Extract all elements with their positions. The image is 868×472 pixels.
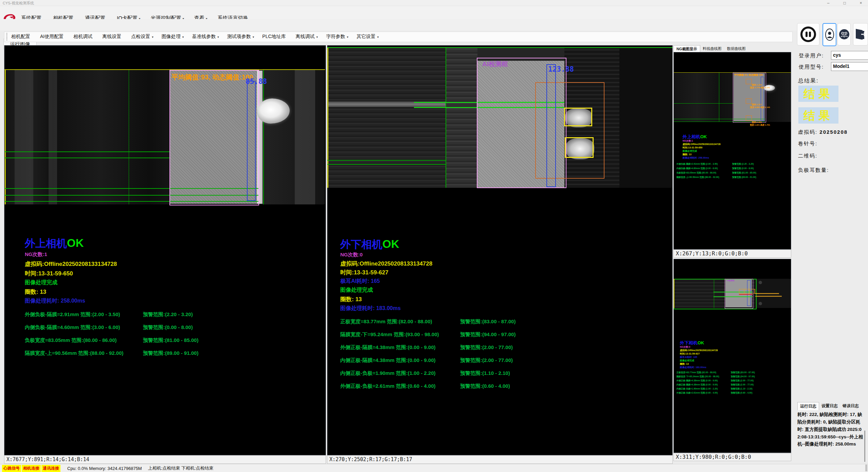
- baseline-yellow-top: [4, 69, 325, 70]
- tool-char-params[interactable]: 字符参数▾: [326, 34, 348, 40]
- needle-label: 卷针号:: [798, 141, 817, 147]
- result-badge-1: 结果: [798, 86, 838, 102]
- comm-connect-badge: 通讯连接: [41, 465, 60, 472]
- user-button[interactable]: [822, 23, 836, 46]
- tool-offline-settings[interactable]: 离线设置: [102, 34, 123, 40]
- ng-panel-tabs: NG截图显示 料线曲线图 数据曲线图: [673, 45, 748, 52]
- roi-pink-box: [169, 70, 259, 205]
- measure-blue-box: [247, 81, 256, 201]
- tool-testitem-params[interactable]: 测试项参数▾: [227, 34, 254, 40]
- process-done: 图像处理完成: [25, 279, 57, 286]
- threshold-text: 平均阈值:93, 动态阈值:100: [171, 73, 253, 82]
- total-result-label: 总结果:: [798, 77, 818, 85]
- log-tabs: 运行日志 设置日志 错误日志: [797, 402, 861, 410]
- tab-settings-log[interactable]: 设置日志: [819, 402, 840, 410]
- camera-title: 外下相机OK: [340, 237, 399, 252]
- user-icon: [825, 27, 834, 42]
- tool-camera-debug[interactable]: 相机调试: [73, 34, 94, 40]
- tab-error-log[interactable]: 错误日志: [840, 402, 861, 410]
- coords-mini-bottom: X:311;Y:980;R:0;G:0;B:0: [673, 453, 791, 461]
- tab-data-curve[interactable]: 数据曲线图: [724, 45, 748, 52]
- tool-spotcheck-settings[interactable]: 点检设置▾: [131, 34, 153, 40]
- statusbar: 心跳信号 相机连接 通讯连接 Cpu: 0.0% Memory: 3424.41…: [0, 464, 868, 472]
- baseline-yellow-left: [5, 70, 6, 204]
- guide-green-vertical-2: [263, 70, 264, 204]
- users-group-icon: [839, 29, 850, 40]
- tab-yellow-box-1: [564, 108, 592, 126]
- result-badge-2: 结果: [798, 107, 838, 124]
- ai-detect-orange-box: [535, 82, 604, 179]
- camera-connect-badge: 相机连接: [22, 465, 41, 472]
- loop-count: 圈数: 13: [340, 295, 362, 303]
- app-window: { "window": { "title": "CYS-视觉检测系统", "co…: [0, 0, 868, 472]
- defect-box: [746, 115, 752, 121]
- toolbar-drag-handle[interactable]: [6, 33, 7, 40]
- toolbar: 相机配置 AI使用配置 相机调试 离线设置 点检设置▾ 图像处理▾ 基准线参数▾…: [4, 32, 793, 42]
- tool-ai-config[interactable]: AI使用配置: [40, 34, 65, 40]
- tab-ng-screenshot[interactable]: NG截图显示: [673, 45, 700, 52]
- defect-box: [746, 98, 752, 104]
- process-cost: 图像处理耗时: 258.00ms: [25, 297, 85, 305]
- exit-icon: [854, 28, 867, 41]
- run-log-text: 耗时: 222, 缺陷检测耗时: 17, 缺陷分类耗时: 0, 缺陷提取分区耗时…: [797, 411, 863, 448]
- window-title: CYS-视觉检测系统: [3, 1, 34, 6]
- log-scrollbar[interactable]: [864, 431, 865, 462]
- defect-box: [746, 79, 752, 84]
- guide-green-vertical: [446, 48, 446, 188]
- blue-measure-value: 123.88: [548, 65, 574, 73]
- coords-mini-top: X:267;Y:13;R:0;G:0;B:0: [673, 250, 791, 258]
- ng-snapshot-lower[interactable]: AI检测框 外下相机OK NG次数:0 虚拟码:Offline202502081…: [673, 259, 791, 453]
- blue-measure-value: 85.88: [246, 77, 267, 86]
- vcode-value: 20250208: [819, 129, 848, 135]
- tool-other-settings[interactable]: 其它设置▾: [357, 34, 379, 40]
- ai-box-label: AI检测框: [482, 60, 508, 69]
- login-user-field[interactable]: cys: [831, 51, 868, 60]
- ng-count: NG次数:0: [340, 252, 363, 258]
- camera-check-status: 上相机:点检结束 下相机:点检结束: [148, 465, 214, 471]
- corner-scrollbar[interactable]: [865, 465, 867, 471]
- tool-baseline-params[interactable]: 基准线参数▾: [192, 34, 219, 40]
- camera-view-lower-outer[interactable]: AI检测框 123.88 外下相机OK NG次数:0 虚拟码:Offline20…: [327, 45, 673, 455]
- tool-image-processing[interactable]: 图像处理▾: [162, 34, 184, 40]
- process-done: 图像处理完成: [340, 287, 373, 294]
- coords-left-camera: X:7677;Y:891;R:14;G:14;B:14: [4, 455, 326, 464]
- tool-offline-debug[interactable]: 离线调试▾: [296, 34, 318, 40]
- process-cost: 图像处理耗时: 183.00ms: [340, 305, 401, 312]
- loop-count: 圈数: 13: [25, 288, 46, 296]
- camera-view-upper-outer[interactable]: 平均阈值:93, 动态阈值:100 85.88 外上相机OK NG次数:1 虚拟…: [4, 45, 326, 455]
- qrcode-label: 二维码:: [798, 153, 817, 159]
- ng-snapshot-upper[interactable]: 平均阈值:93, 动态阈值:100 面积:1.236 宽度:1.779 高度:2…: [673, 52, 791, 250]
- camera-image-strip: [4, 70, 325, 204]
- ai-cost: 极耳AI耗时: 165: [340, 278, 380, 285]
- baseline-green-top: [327, 47, 672, 48]
- minimize-icon[interactable]: –: [825, 1, 832, 5]
- tab-row: 运行图像: [0, 19, 868, 31]
- model-field[interactable]: Model1: [831, 62, 868, 71]
- login-user-label: 登录用户:: [799, 53, 824, 59]
- coords-center-camera: X:270;Y:2502;R:17;G:17;B:17: [327, 455, 673, 464]
- model-label: 使用型号:: [799, 64, 824, 70]
- users-group-button[interactable]: [837, 23, 851, 46]
- baseline-yellow-left: [327, 48, 328, 188]
- menubar: 系统配置 相机配置 通讯配置 IO卡配置▾ 光源控制配置▾ 查看▾ 系统语言切换: [0, 6, 868, 19]
- close-icon[interactable]: ×: [857, 1, 865, 5]
- tool-plc-address[interactable]: PLC地址库: [262, 34, 287, 40]
- virtual-code: 虚拟码:Offline20250208133134728: [25, 260, 117, 268]
- measure-blue-box: [546, 64, 556, 187]
- pause-icon: [800, 26, 817, 43]
- cpu-memory-status: Cpu: 0.0% Memory: 3424.41796875M: [67, 466, 142, 471]
- capture-time: 时间:13-31-59-627: [340, 269, 388, 276]
- tab-run-log[interactable]: 运行日志: [797, 402, 819, 410]
- virtual-code: 虚拟码:Offline20250208133134728: [340, 260, 432, 268]
- pause-button[interactable]: [797, 23, 819, 46]
- guide-green-vertical: [129, 70, 129, 204]
- heartbeat-status-badge: 心跳信号: [2, 465, 21, 472]
- ng-count: NG次数:1: [25, 251, 47, 258]
- negative-tab-count-label: 负极耳数量:: [798, 167, 829, 174]
- exit-button[interactable]: [853, 23, 868, 46]
- tool-camera-config[interactable]: 相机配置: [11, 34, 32, 40]
- titlebar: CYS-视觉检测系统 – □ ×: [0, 0, 868, 6]
- vcode-label: 虚拟码: 20250208: [798, 129, 848, 135]
- maximize-icon[interactable]: □: [841, 1, 848, 5]
- tab-material-curve[interactable]: 料线曲线图: [700, 45, 724, 52]
